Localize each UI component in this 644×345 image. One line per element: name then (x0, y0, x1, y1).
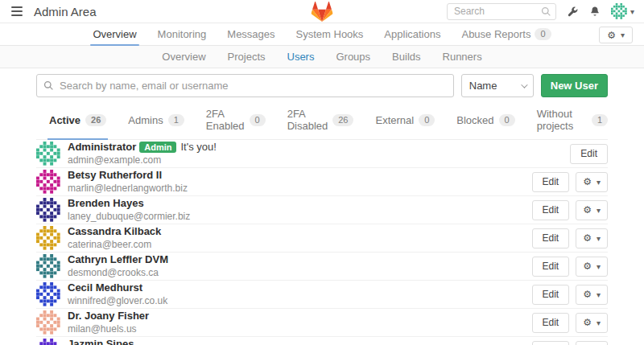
gear-icon: ⚙ (583, 205, 592, 215)
avatar[interactable] (36, 198, 60, 222)
global-search (447, 3, 556, 20)
avatar[interactable] (36, 226, 60, 250)
filter-2fa-disabled[interactable]: 2FA Disabled 26 (287, 108, 354, 139)
avatar[interactable] (36, 339, 60, 345)
global-search-input[interactable] (447, 3, 556, 20)
hamburger-menu-icon[interactable] (10, 5, 24, 18)
user-email: winnifred@glover.co.uk (68, 294, 167, 307)
tab-system-hooks[interactable]: System Hooks (286, 23, 374, 45)
edit-user-button[interactable]: Edit (532, 285, 570, 305)
tab-overview[interactable]: Overview (82, 23, 147, 45)
table-row: Dr. Joany Fisher milan@huels.us Edit ⚙▾ (36, 309, 608, 337)
user-email: marlin@lednerlangworth.biz (68, 182, 188, 195)
user-name-link[interactable]: Betsy Rutherford II (68, 169, 162, 181)
subnav-projects[interactable]: Projects (228, 51, 266, 63)
table-row: Cecil Medhurst winnifred@glover.co.uk Ed… (36, 281, 608, 309)
overview-sub-nav: Overview Projects Users Groups Builds Ru… (0, 46, 644, 68)
table-row: Brenden Hayes laney_dubuque@cormier.biz … (36, 196, 608, 224)
edit-user-button[interactable]: Edit (532, 172, 570, 192)
abuse-reports-count-badge: 0 (535, 28, 551, 40)
user-name-link[interactable]: Dr. Joany Fisher (68, 310, 149, 322)
tab-applications[interactable]: Applications (374, 23, 451, 45)
user-name-link[interactable]: Cecil Medhurst (68, 281, 142, 294)
edit-user-button[interactable]: Edit (532, 257, 570, 277)
user-email: milan@huels.us (68, 322, 149, 335)
user-settings-dropdown[interactable]: ⚙▾ (576, 200, 608, 220)
gear-icon: ⚙ (583, 261, 592, 271)
filter-active[interactable]: Active 26 (49, 108, 106, 139)
user-name-link[interactable]: Cathryn Leffler DVM (68, 253, 168, 265)
admin-wrench-icon[interactable] (567, 6, 579, 18)
top-header: Admin Area (0, 0, 644, 23)
search-icon (43, 80, 54, 91)
caret-down-icon: ▾ (597, 234, 601, 243)
table-row: Betsy Rutherford II marlin@lednerlangwor… (36, 168, 608, 196)
sort-by-value: Name (469, 80, 497, 92)
notifications-bell-icon[interactable] (589, 6, 601, 18)
gear-icon: ⚙ (583, 233, 592, 243)
caret-down-icon: ▾ (597, 318, 601, 327)
edit-user-button[interactable]: Edit (570, 144, 608, 164)
user-email: caterina@beer.com (68, 238, 161, 251)
subnav-users[interactable]: Users (287, 51, 315, 63)
user-name-link[interactable]: Cassandra Kilback (68, 225, 161, 237)
user-settings-dropdown[interactable]: ⚙▾ (576, 285, 608, 305)
avatar[interactable] (36, 282, 60, 306)
avatar[interactable] (36, 310, 60, 335)
filter-admins[interactable]: Admins 1 (128, 108, 184, 139)
gear-icon: ⚙ (583, 318, 592, 327)
admin-main-nav: Overview Monitoring Messages System Hook… (0, 23, 644, 46)
user-filter-tabs: Active 26 Admins 1 2FA Enabled 0 2FA Dis… (36, 108, 608, 140)
filter-count-badge: 0 (250, 114, 266, 126)
search-icon (541, 6, 551, 17)
filter-count-badge: 26 (85, 114, 106, 126)
tab-abuse-reports[interactable]: Abuse Reports 0 (451, 23, 561, 45)
filter-count-badge: 26 (332, 114, 353, 126)
filter-blocked[interactable]: Blocked 0 (456, 108, 514, 139)
avatar[interactable] (36, 142, 60, 166)
caret-down-icon: ▾ (597, 206, 601, 215)
user-avatar (611, 3, 627, 19)
user-settings-dropdown[interactable]: ⚙▾ (576, 341, 608, 345)
chevron-down-icon (521, 81, 527, 88)
tab-monitoring[interactable]: Monitoring (147, 23, 217, 45)
avatar[interactable] (36, 254, 60, 278)
users-admin-page: Name New User Active 26 Admins 1 2FA Ena… (0, 74, 644, 345)
users-toolbar: Name New User (36, 74, 608, 97)
edit-user-button[interactable]: Edit (532, 200, 570, 220)
subnav-builds[interactable]: Builds (392, 51, 420, 63)
settings-dropdown-button[interactable]: ⚙ ▾ (599, 27, 633, 43)
user-settings-dropdown[interactable]: ⚙▾ (576, 257, 608, 277)
user-name-link[interactable]: Jazmin Sipes (68, 338, 134, 345)
gear-icon: ⚙ (583, 290, 592, 299)
filter-external[interactable]: External 0 (375, 108, 435, 139)
table-row: Cassandra Kilback caterina@beer.com Edit… (36, 224, 608, 253)
subnav-runners[interactable]: Runners (443, 51, 482, 63)
user-name-link[interactable]: Brenden Hayes (68, 197, 144, 209)
filter-count-badge: 0 (499, 114, 515, 126)
tab-messages[interactable]: Messages (217, 23, 285, 45)
user-search-input[interactable] (36, 74, 454, 97)
filter-count-badge: 1 (592, 114, 608, 126)
user-settings-dropdown[interactable]: ⚙▾ (576, 172, 608, 192)
edit-user-button[interactable]: Edit (532, 313, 570, 333)
filter-without-projects[interactable]: Without projects 1 (537, 108, 608, 139)
gitlab-logo[interactable] (312, 2, 333, 24)
filter-2fa-enabled[interactable]: 2FA Enabled 0 (206, 108, 266, 139)
avatar[interactable] (36, 170, 60, 194)
user-settings-dropdown[interactable]: ⚙▾ (576, 313, 608, 333)
user-name-link[interactable]: Administrator (68, 141, 136, 153)
gear-icon: ⚙ (583, 177, 592, 187)
user-settings-dropdown[interactable]: ⚙▾ (576, 228, 608, 248)
user-menu-dropdown[interactable]: ▾ (611, 3, 634, 19)
table-row: Cathryn Leffler DVM desmond@crooks.ca Ed… (36, 253, 608, 281)
user-list: AdministratorAdminIt's you! admin@exampl… (36, 140, 608, 345)
sort-by-select[interactable]: Name (461, 74, 534, 97)
edit-user-button[interactable]: Edit (532, 341, 570, 345)
subnav-overview[interactable]: Overview (162, 51, 205, 63)
user-email: desmond@crooks.ca (68, 266, 168, 279)
new-user-button[interactable]: New User (541, 74, 608, 97)
subnav-groups[interactable]: Groups (336, 51, 370, 63)
edit-user-button[interactable]: Edit (532, 228, 570, 248)
caret-down-icon: ▾ (621, 31, 625, 39)
